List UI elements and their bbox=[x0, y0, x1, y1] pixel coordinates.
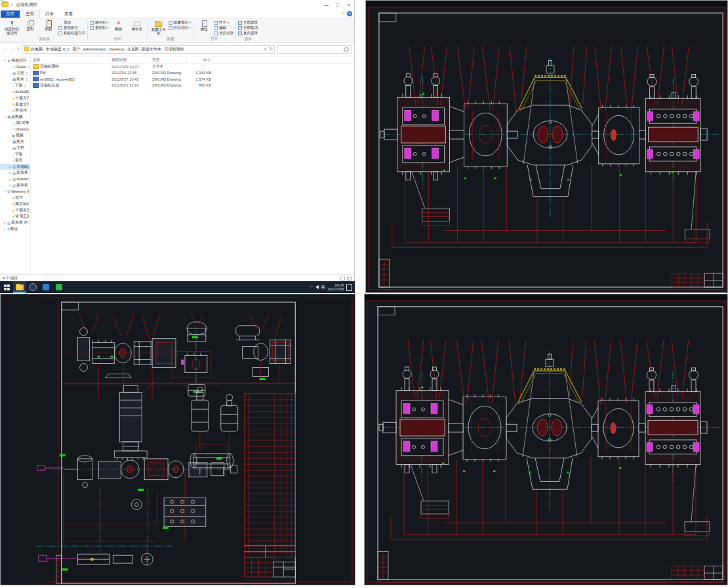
tab-share[interactable]: 共享 bbox=[40, 10, 59, 18]
tray-caret-icon[interactable]: ^ bbox=[311, 285, 313, 289]
view-thumbnail-icon[interactable] bbox=[347, 277, 352, 281]
tab-home[interactable]: 主页 bbox=[20, 10, 40, 18]
forward-button[interactable]: → bbox=[10, 46, 15, 52]
sidebar-item[interactable]: ■ 网页制作 bbox=[0, 201, 30, 208]
breadcrumb-segment[interactable]: 九龙图 › bbox=[127, 47, 142, 52]
delete-button[interactable]: × 删除 bbox=[110, 19, 127, 31]
quick-access-toolbar-icon[interactable]: ▾ bbox=[11, 3, 13, 7]
select-all-button[interactable]: 全部选择 bbox=[238, 20, 258, 25]
breadcrumb-segment[interactable]: 此电脑 › bbox=[31, 47, 46, 52]
sidebar-item[interactable]: ▸ ▥ 新加卷 (F:) bbox=[0, 220, 30, 226]
expander-icon[interactable]: ▾ bbox=[3, 115, 7, 119]
ribbon-collapse-icon[interactable]: ^ bbox=[342, 12, 344, 16]
notification-icon[interactable] bbox=[346, 284, 352, 291]
minimize-button[interactable]: — bbox=[321, 0, 332, 9]
taskbar-explorer-icon[interactable] bbox=[13, 281, 26, 293]
volume-icon[interactable] bbox=[315, 285, 319, 289]
sidebar-item[interactable]: ■ 新建文件夹 bbox=[0, 102, 30, 108]
tab-view[interactable]: 查看 bbox=[59, 10, 78, 18]
sidebar-item[interactable]: ▭ Desktop ↧ bbox=[0, 64, 30, 71]
sidebar-item[interactable]: ■ 学先传 bbox=[0, 108, 30, 114]
sidebar-item[interactable]: ▸ ▥ 本地磁盘 (C:) bbox=[0, 164, 30, 170]
expander-icon[interactable]: ▸ bbox=[3, 227, 7, 231]
sidebar-item[interactable]: ▤ 文档 bbox=[0, 145, 30, 151]
sidebar-item[interactable]: ■ 6c26281112S 【2】 bbox=[0, 89, 30, 96]
sidebar-item[interactable]: ▤ 文档 ↧ bbox=[0, 70, 30, 77]
search-icon[interactable] bbox=[344, 47, 349, 52]
view-list-icon[interactable] bbox=[340, 277, 345, 281]
invert-selection-button[interactable]: 反向选择 bbox=[238, 31, 258, 35]
column-date[interactable]: 修改日期 bbox=[110, 57, 150, 63]
file-row[interactable]: PM 2011/3/4 13:18 ZWCAD Drawing 1,340 KB bbox=[31, 70, 354, 77]
ime-indicator[interactable]: 英 bbox=[321, 284, 325, 290]
back-button[interactable]: ← bbox=[3, 46, 8, 52]
start-button[interactable] bbox=[0, 281, 13, 293]
help-icon[interactable]: ? bbox=[347, 11, 352, 16]
taskbar-app-green-icon[interactable] bbox=[52, 281, 66, 293]
history-button[interactable]: 历史记录 bbox=[214, 31, 233, 35]
paste-button[interactable]: 粘贴 bbox=[40, 19, 57, 31]
sidebar-item[interactable]: ♪ 音乐 bbox=[0, 157, 30, 164]
sidebar-item[interactable]: ■ 下载文件夹 bbox=[0, 95, 30, 102]
expander-icon[interactable]: ▸ bbox=[9, 178, 12, 181]
sidebar-item[interactable]: ▭ Desktop bbox=[0, 127, 30, 133]
expander-icon[interactable]: ▸ bbox=[9, 184, 12, 187]
breadcrumb-segment[interactable]: 新建文件夹 › bbox=[142, 47, 165, 52]
close-button[interactable]: × bbox=[343, 0, 354, 9]
sidebar-item[interactable]: ▸ ▥ Newsmy (E:) bbox=[0, 176, 30, 183]
sidebar-item[interactable]: ▾ ▣ 此电脑 bbox=[0, 114, 30, 121]
maximize-button[interactable]: □ bbox=[332, 0, 343, 9]
refresh-icon[interactable]: ↻ bbox=[269, 47, 273, 52]
expander-icon[interactable]: ▸ bbox=[9, 165, 12, 168]
address-dropdown-icon[interactable]: ∨ bbox=[264, 47, 267, 52]
clock[interactable]: 14:28 2021/7/28 bbox=[328, 283, 344, 292]
taskbar-browser-icon[interactable] bbox=[26, 281, 39, 293]
sidebar-item[interactable]: ▶ 视频 bbox=[0, 132, 30, 139]
tab-file[interactable]: 文件 bbox=[1, 10, 20, 18]
column-size[interactable]: 大小 bbox=[187, 57, 213, 63]
sidebar-item[interactable]: ↓ 下载 bbox=[0, 151, 30, 158]
select-none-button[interactable]: 全部取消 bbox=[238, 26, 258, 30]
sidebar-item[interactable]: ↓ 下载 ↧ bbox=[0, 83, 30, 89]
sidebar-item[interactable]: ■ 下载音乐 bbox=[0, 207, 30, 214]
move-to-button[interactable]: 移动到▾ bbox=[90, 20, 109, 25]
copy-path-button[interactable]: 复制路径 bbox=[58, 26, 85, 30]
easy-access-button[interactable]: 轻松访问▾ bbox=[169, 26, 191, 30]
pin-to-quick-access-button[interactable]: 固定到快速访问 bbox=[3, 19, 20, 35]
expander-icon[interactable]: ▾ bbox=[3, 59, 7, 62]
sidebar-item[interactable]: ▦ 图片 ↧ bbox=[0, 77, 30, 83]
edit-button[interactable]: 编辑 bbox=[214, 26, 233, 30]
cut-button[interactable]: 剪切 bbox=[58, 20, 85, 25]
breadcrumb-segment[interactable]: 用户 › bbox=[72, 47, 83, 52]
expander-icon[interactable]: ▾ bbox=[3, 190, 7, 193]
search-input[interactable] bbox=[277, 47, 344, 51]
file-row[interactable]: 压缩机测绘 2021/7/29 14:27 文件夹 bbox=[31, 64, 354, 70]
breadcrumb-segment[interactable]: 本地磁盘 (C:) › bbox=[46, 47, 72, 52]
sidebar-item[interactable]: ▸ ● 网络 bbox=[0, 226, 30, 233]
sidebar-item[interactable]: ◇ 3D 对象 bbox=[0, 120, 30, 127]
new-item-button[interactable]: 新建项目▾ bbox=[169, 20, 191, 25]
column-name[interactable]: 名称 bbox=[31, 57, 110, 63]
sidebar-item[interactable]: ▸ ▥ 新加卷 (F:) bbox=[0, 182, 30, 189]
column-type[interactable]: 类型 bbox=[150, 57, 187, 63]
properties-button[interactable]: 属性 bbox=[195, 19, 212, 31]
sidebar-item[interactable]: ▦ 图片 bbox=[0, 139, 30, 146]
expander-icon[interactable]: ▸ bbox=[9, 171, 12, 174]
sidebar-item[interactable]: ▾ ▥ Newsmy (E:) bbox=[0, 189, 30, 195]
sidebar-item[interactable]: ▸ ▥ 新加卷 (D:) bbox=[0, 170, 30, 176]
up-button[interactable]: ↑ bbox=[17, 46, 20, 52]
file-row[interactable]: 压缩机总成 2011/5/21 15:10 ZWCAD Drawing 860 … bbox=[31, 83, 354, 89]
breadcrumb-segment[interactable]: 压缩机测绘 › bbox=[165, 47, 184, 52]
open-button[interactable]: 打开▾ bbox=[214, 20, 233, 25]
rename-button[interactable]: 重命名 bbox=[129, 19, 146, 31]
sidebar-item[interactable]: ▾ ★ 快速访问 bbox=[0, 58, 30, 64]
taskbar-app-blue-icon[interactable] bbox=[39, 281, 52, 293]
file-row[interactable]: sin0062_recover002 2011/3/27 10:45 ZWCAD… bbox=[31, 76, 354, 83]
breadcrumb-segment[interactable]: Administrator › bbox=[83, 47, 110, 51]
breadcrumb-segment[interactable]: Desktop › bbox=[110, 47, 127, 51]
copy-button[interactable]: 复制 bbox=[22, 19, 39, 31]
copy-to-button[interactable]: 复制到▾ bbox=[90, 26, 109, 30]
sidebar-item[interactable]: ■ 软件 bbox=[0, 195, 30, 201]
title-bar[interactable]: ▾ 压缩机测绘 — □ × bbox=[0, 0, 354, 9]
new-folder-button[interactable]: 新建文件夹 bbox=[150, 19, 167, 35]
